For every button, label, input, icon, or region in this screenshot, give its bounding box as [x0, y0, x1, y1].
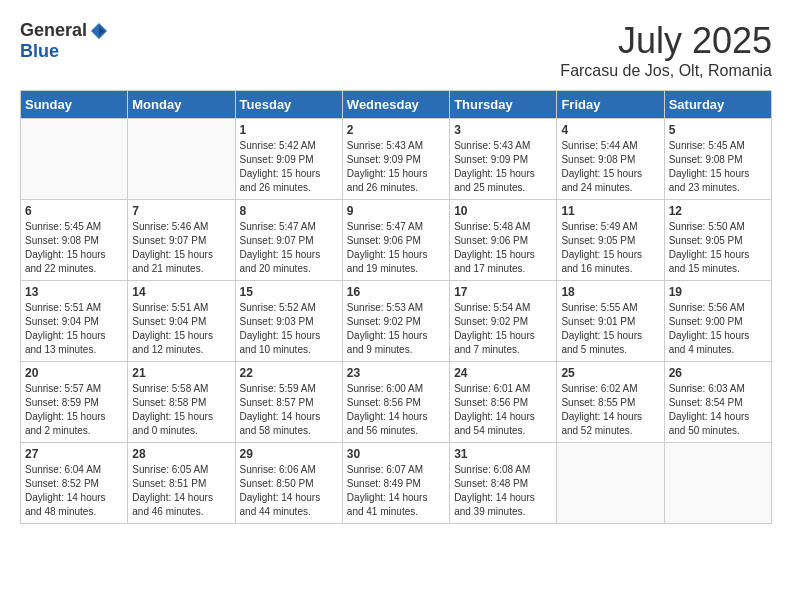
day-info: Sunrise: 5:58 AM Sunset: 8:58 PM Dayligh… [132, 382, 230, 438]
day-number: 4 [561, 123, 659, 137]
day-number: 23 [347, 366, 445, 380]
logo: General Blue [20, 20, 109, 62]
day-of-week-header: Tuesday [235, 91, 342, 119]
day-info: Sunrise: 6:04 AM Sunset: 8:52 PM Dayligh… [25, 463, 123, 519]
calendar-week-row: 20Sunrise: 5:57 AM Sunset: 8:59 PM Dayli… [21, 362, 772, 443]
day-number: 22 [240, 366, 338, 380]
logo-general-text: General [20, 20, 87, 41]
day-number: 19 [669, 285, 767, 299]
calendar-day-cell: 24Sunrise: 6:01 AM Sunset: 8:56 PM Dayli… [450, 362, 557, 443]
calendar-week-row: 13Sunrise: 5:51 AM Sunset: 9:04 PM Dayli… [21, 281, 772, 362]
day-info: Sunrise: 5:48 AM Sunset: 9:06 PM Dayligh… [454, 220, 552, 276]
day-number: 5 [669, 123, 767, 137]
calendar-day-cell: 25Sunrise: 6:02 AM Sunset: 8:55 PM Dayli… [557, 362, 664, 443]
day-info: Sunrise: 6:06 AM Sunset: 8:50 PM Dayligh… [240, 463, 338, 519]
calendar-day-cell: 2Sunrise: 5:43 AM Sunset: 9:09 PM Daylig… [342, 119, 449, 200]
day-info: Sunrise: 6:01 AM Sunset: 8:56 PM Dayligh… [454, 382, 552, 438]
day-number: 26 [669, 366, 767, 380]
day-number: 6 [25, 204, 123, 218]
day-info: Sunrise: 5:55 AM Sunset: 9:01 PM Dayligh… [561, 301, 659, 357]
calendar-day-cell: 15Sunrise: 5:52 AM Sunset: 9:03 PM Dayli… [235, 281, 342, 362]
calendar-day-cell: 23Sunrise: 6:00 AM Sunset: 8:56 PM Dayli… [342, 362, 449, 443]
calendar-day-cell: 21Sunrise: 5:58 AM Sunset: 8:58 PM Dayli… [128, 362, 235, 443]
day-info: Sunrise: 5:43 AM Sunset: 9:09 PM Dayligh… [347, 139, 445, 195]
location-subtitle: Farcasu de Jos, Olt, Romania [560, 62, 772, 80]
calendar-day-cell [664, 443, 771, 524]
calendar-day-cell: 31Sunrise: 6:08 AM Sunset: 8:48 PM Dayli… [450, 443, 557, 524]
day-number: 30 [347, 447, 445, 461]
day-info: Sunrise: 5:54 AM Sunset: 9:02 PM Dayligh… [454, 301, 552, 357]
day-info: Sunrise: 5:47 AM Sunset: 9:06 PM Dayligh… [347, 220, 445, 276]
day-of-week-header: Thursday [450, 91, 557, 119]
day-number: 7 [132, 204, 230, 218]
day-info: Sunrise: 5:42 AM Sunset: 9:09 PM Dayligh… [240, 139, 338, 195]
calendar-day-cell: 3Sunrise: 5:43 AM Sunset: 9:09 PM Daylig… [450, 119, 557, 200]
day-of-week-header: Saturday [664, 91, 771, 119]
day-info: Sunrise: 5:44 AM Sunset: 9:08 PM Dayligh… [561, 139, 659, 195]
day-number: 14 [132, 285, 230, 299]
calendar-day-cell: 5Sunrise: 5:45 AM Sunset: 9:08 PM Daylig… [664, 119, 771, 200]
calendar-day-cell [21, 119, 128, 200]
day-number: 31 [454, 447, 552, 461]
day-info: Sunrise: 6:07 AM Sunset: 8:49 PM Dayligh… [347, 463, 445, 519]
calendar-week-row: 27Sunrise: 6:04 AM Sunset: 8:52 PM Dayli… [21, 443, 772, 524]
day-number: 28 [132, 447, 230, 461]
day-number: 15 [240, 285, 338, 299]
day-number: 8 [240, 204, 338, 218]
day-info: Sunrise: 6:05 AM Sunset: 8:51 PM Dayligh… [132, 463, 230, 519]
day-info: Sunrise: 5:45 AM Sunset: 9:08 PM Dayligh… [25, 220, 123, 276]
day-info: Sunrise: 5:51 AM Sunset: 9:04 PM Dayligh… [25, 301, 123, 357]
calendar-day-cell: 14Sunrise: 5:51 AM Sunset: 9:04 PM Dayli… [128, 281, 235, 362]
day-info: Sunrise: 5:53 AM Sunset: 9:02 PM Dayligh… [347, 301, 445, 357]
day-number: 25 [561, 366, 659, 380]
calendar-table: SundayMondayTuesdayWednesdayThursdayFrid… [20, 90, 772, 524]
calendar-day-cell: 27Sunrise: 6:04 AM Sunset: 8:52 PM Dayli… [21, 443, 128, 524]
day-info: Sunrise: 5:45 AM Sunset: 9:08 PM Dayligh… [669, 139, 767, 195]
day-number: 9 [347, 204, 445, 218]
logo-icon [89, 21, 109, 41]
day-number: 24 [454, 366, 552, 380]
day-of-week-header: Wednesday [342, 91, 449, 119]
logo-blue-text: Blue [20, 41, 59, 62]
page-header: General Blue July 2025 Farcasu de Jos, O… [20, 20, 772, 80]
calendar-day-cell [557, 443, 664, 524]
day-info: Sunrise: 6:03 AM Sunset: 8:54 PM Dayligh… [669, 382, 767, 438]
calendar-day-cell: 26Sunrise: 6:03 AM Sunset: 8:54 PM Dayli… [664, 362, 771, 443]
calendar-week-row: 6Sunrise: 5:45 AM Sunset: 9:08 PM Daylig… [21, 200, 772, 281]
calendar-week-row: 1Sunrise: 5:42 AM Sunset: 9:09 PM Daylig… [21, 119, 772, 200]
day-info: Sunrise: 6:00 AM Sunset: 8:56 PM Dayligh… [347, 382, 445, 438]
day-number: 27 [25, 447, 123, 461]
day-of-week-header: Friday [557, 91, 664, 119]
calendar-day-cell: 11Sunrise: 5:49 AM Sunset: 9:05 PM Dayli… [557, 200, 664, 281]
calendar-day-cell: 7Sunrise: 5:46 AM Sunset: 9:07 PM Daylig… [128, 200, 235, 281]
day-number: 3 [454, 123, 552, 137]
day-number: 21 [132, 366, 230, 380]
day-info: Sunrise: 5:57 AM Sunset: 8:59 PM Dayligh… [25, 382, 123, 438]
day-info: Sunrise: 5:46 AM Sunset: 9:07 PM Dayligh… [132, 220, 230, 276]
day-number: 10 [454, 204, 552, 218]
day-number: 18 [561, 285, 659, 299]
calendar-day-cell: 4Sunrise: 5:44 AM Sunset: 9:08 PM Daylig… [557, 119, 664, 200]
calendar-day-cell: 10Sunrise: 5:48 AM Sunset: 9:06 PM Dayli… [450, 200, 557, 281]
calendar-day-cell [128, 119, 235, 200]
calendar-day-cell: 20Sunrise: 5:57 AM Sunset: 8:59 PM Dayli… [21, 362, 128, 443]
calendar-day-cell: 9Sunrise: 5:47 AM Sunset: 9:06 PM Daylig… [342, 200, 449, 281]
day-number: 11 [561, 204, 659, 218]
calendar-day-cell: 28Sunrise: 6:05 AM Sunset: 8:51 PM Dayli… [128, 443, 235, 524]
day-info: Sunrise: 5:50 AM Sunset: 9:05 PM Dayligh… [669, 220, 767, 276]
day-number: 12 [669, 204, 767, 218]
calendar-day-cell: 18Sunrise: 5:55 AM Sunset: 9:01 PM Dayli… [557, 281, 664, 362]
day-info: Sunrise: 6:02 AM Sunset: 8:55 PM Dayligh… [561, 382, 659, 438]
calendar-day-cell: 22Sunrise: 5:59 AM Sunset: 8:57 PM Dayli… [235, 362, 342, 443]
day-of-week-header: Sunday [21, 91, 128, 119]
calendar-day-cell: 19Sunrise: 5:56 AM Sunset: 9:00 PM Dayli… [664, 281, 771, 362]
calendar-day-cell: 6Sunrise: 5:45 AM Sunset: 9:08 PM Daylig… [21, 200, 128, 281]
calendar-day-cell: 30Sunrise: 6:07 AM Sunset: 8:49 PM Dayli… [342, 443, 449, 524]
calendar-day-cell: 1Sunrise: 5:42 AM Sunset: 9:09 PM Daylig… [235, 119, 342, 200]
day-info: Sunrise: 5:47 AM Sunset: 9:07 PM Dayligh… [240, 220, 338, 276]
day-of-week-header: Monday [128, 91, 235, 119]
day-info: Sunrise: 5:56 AM Sunset: 9:00 PM Dayligh… [669, 301, 767, 357]
day-info: Sunrise: 5:51 AM Sunset: 9:04 PM Dayligh… [132, 301, 230, 357]
calendar-header-row: SundayMondayTuesdayWednesdayThursdayFrid… [21, 91, 772, 119]
calendar-day-cell: 17Sunrise: 5:54 AM Sunset: 9:02 PM Dayli… [450, 281, 557, 362]
